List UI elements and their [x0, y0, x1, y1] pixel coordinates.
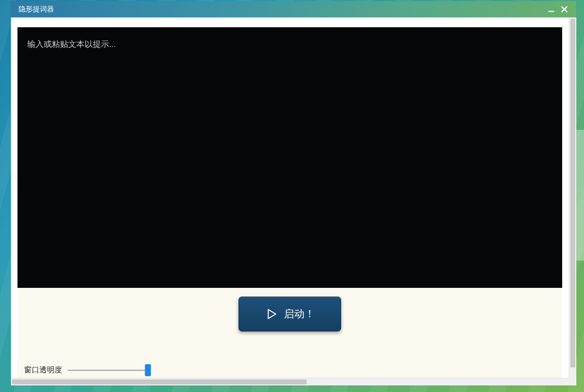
opacity-label: 窗口透明度: [24, 365, 62, 375]
minimize-button[interactable]: [545, 3, 558, 16]
vertical-scrollbar[interactable]: [569, 17, 576, 378]
svg-rect-0: [549, 11, 554, 12]
content-panel: 启动！ 窗口透明度: [11, 17, 569, 385]
horizontal-scrollbar[interactable]: [11, 378, 569, 385]
controls-panel: 启动！ 窗口透明度: [17, 288, 562, 381]
minimize-icon: [548, 6, 555, 13]
window-title: 隐形提词器: [19, 4, 545, 14]
slider-track-inner: [68, 370, 150, 371]
app-window: 隐形提词器 启动！ 窗口: [11, 1, 576, 385]
svg-marker-3: [268, 310, 276, 319]
opacity-slider[interactable]: [68, 365, 150, 376]
client-area: 启动！ 窗口透明度: [11, 17, 576, 385]
start-button[interactable]: 启动！: [239, 297, 341, 331]
titlebar[interactable]: 隐形提词器: [11, 1, 576, 17]
close-button[interactable]: [558, 3, 571, 16]
prompt-text-input[interactable]: [17, 27, 562, 288]
close-icon: [561, 6, 568, 13]
scrollbar-corner: [569, 378, 576, 385]
vertical-scrollbar-thumb[interactable]: [570, 19, 575, 367]
background-window-peek: [576, 130, 584, 261]
slider-thumb[interactable]: [145, 364, 151, 376]
slider-track: [68, 370, 150, 371]
opacity-control-row: 窗口透明度: [24, 365, 150, 376]
play-icon: [265, 308, 277, 320]
start-button-label: 启动！: [284, 307, 315, 321]
horizontal-scrollbar-thumb[interactable]: [12, 379, 307, 384]
